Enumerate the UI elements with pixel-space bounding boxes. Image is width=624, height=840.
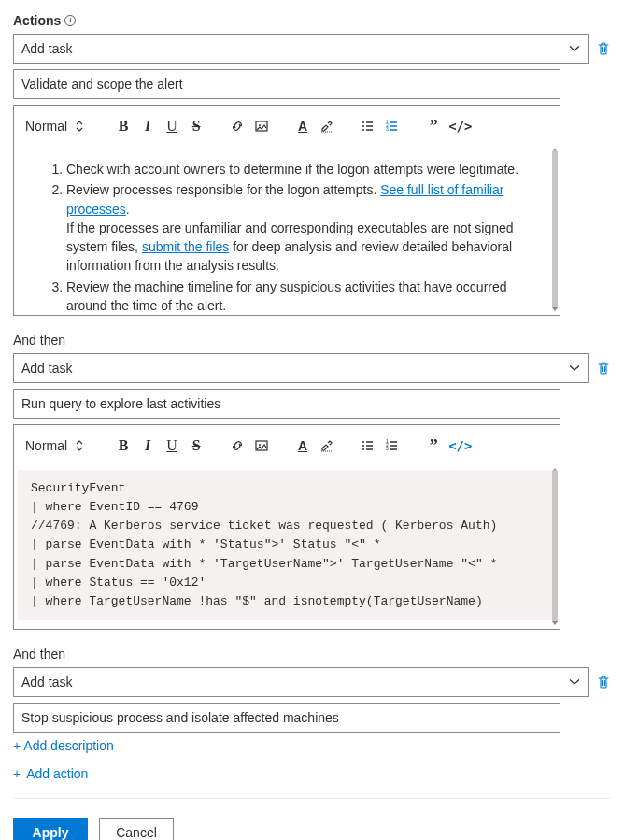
strike-button[interactable]: S (187, 115, 206, 137)
quote-button[interactable]: ” (424, 115, 443, 137)
task-title-input-2[interactable]: Run query to explore last activities (13, 389, 560, 419)
highlight-button[interactable] (318, 434, 336, 457)
format-select[interactable]: Normal (25, 119, 84, 134)
bullet-list-button[interactable] (359, 115, 377, 137)
task-title-value: Run query to explore last activities (21, 396, 220, 411)
code-button[interactable]: </> (448, 115, 472, 137)
chevron-down-icon (569, 363, 580, 374)
scrollbar[interactable] (552, 470, 558, 623)
svg-text:3: 3 (386, 446, 389, 451)
svg-text:3: 3 (386, 126, 389, 132)
number-list-button[interactable]: 123 (383, 434, 402, 457)
svg-point-12 (362, 448, 364, 450)
task-title-value: Stop suspicious process and isolate affe… (21, 710, 339, 725)
task-title-value: Validate and scope the alert (21, 77, 183, 92)
list-item: Review processes responsible for the log… (66, 180, 543, 275)
scroll-down-icon[interactable] (551, 619, 559, 627)
link-button[interactable] (228, 434, 247, 457)
task-type-value: Add task (21, 675, 72, 690)
italic-button[interactable]: I (138, 115, 157, 137)
code-button[interactable]: </> (448, 434, 472, 457)
code-block[interactable]: SecurityEvent | where EventID == 4769 //… (18, 470, 556, 620)
scrollbar[interactable] (552, 150, 558, 309)
link-submit-files[interactable]: submit the files (142, 239, 229, 254)
and-then-label: And then (13, 647, 611, 662)
delete-icon[interactable] (596, 361, 611, 376)
updown-icon (75, 440, 84, 451)
footer: Apply Cancel (13, 818, 611, 840)
task-type-select-2[interactable]: Add task (13, 353, 589, 383)
quote-button[interactable]: ” (424, 434, 443, 457)
chevron-down-icon (569, 676, 580, 688)
svg-point-9 (259, 444, 261, 446)
apply-button[interactable]: Apply (13, 818, 88, 840)
svg-point-4 (362, 129, 364, 131)
task-title-input-1[interactable]: Validate and scope the alert (13, 69, 560, 99)
font-color-button[interactable]: A (293, 115, 312, 137)
strike-button[interactable]: S (187, 434, 206, 457)
editor-content-1[interactable]: Check with account owners to determine i… (14, 147, 560, 315)
cancel-button[interactable]: Cancel (99, 818, 174, 840)
svg-point-3 (362, 125, 364, 127)
add-action-link[interactable]: + Add action (13, 766, 611, 781)
actions-title: Actions (13, 13, 61, 28)
format-select[interactable]: Normal (25, 438, 84, 453)
bold-button[interactable]: B (114, 434, 133, 457)
task-type-select-1[interactable]: Add task (13, 34, 589, 64)
italic-button[interactable]: I (138, 434, 157, 457)
plus-icon: + (13, 766, 21, 781)
svg-point-2 (362, 121, 364, 123)
svg-point-11 (362, 445, 364, 447)
underline-button[interactable]: U (163, 434, 181, 457)
svg-point-10 (362, 441, 364, 443)
delete-icon[interactable] (596, 675, 611, 690)
link-button[interactable] (228, 115, 247, 137)
divider (13, 798, 611, 799)
bullet-list-button[interactable] (359, 434, 377, 457)
rich-editor-1: Normal B I U S A 123 ” </> (13, 105, 560, 316)
task-type-value: Add task (21, 41, 72, 56)
toolbar: Normal B I U S A 123 ” </> (14, 106, 560, 147)
rich-editor-2: Normal B I U S A 123 ” </> Sec (13, 424, 560, 630)
svg-point-1 (259, 124, 261, 126)
updown-icon (75, 121, 84, 132)
bold-button[interactable]: B (114, 115, 133, 137)
underline-button[interactable]: U (163, 115, 181, 137)
task-title-input-3[interactable]: Stop suspicious process and isolate affe… (13, 703, 560, 733)
toolbar: Normal B I U S A 123 ” </> (14, 425, 560, 466)
image-button[interactable] (252, 115, 271, 137)
list-item: Check with account owners to determine i… (66, 160, 543, 178)
info-icon[interactable]: i (64, 15, 76, 26)
scroll-down-icon[interactable] (551, 306, 559, 313)
image-button[interactable] (252, 434, 271, 457)
task-type-select-3[interactable]: Add task (13, 667, 589, 697)
font-color-button[interactable]: A (293, 434, 312, 457)
delete-icon[interactable] (596, 41, 611, 56)
task-type-value: Add task (21, 361, 72, 376)
list-item: Review the machine timeline for any susp… (66, 278, 543, 315)
and-then-label: And then (13, 333, 611, 348)
highlight-button[interactable] (318, 115, 336, 137)
number-list-button[interactable]: 123 (383, 115, 402, 137)
actions-header: Actions i (13, 13, 611, 28)
add-description-link[interactable]: + Add description (13, 738, 611, 753)
chevron-down-icon (569, 43, 580, 54)
